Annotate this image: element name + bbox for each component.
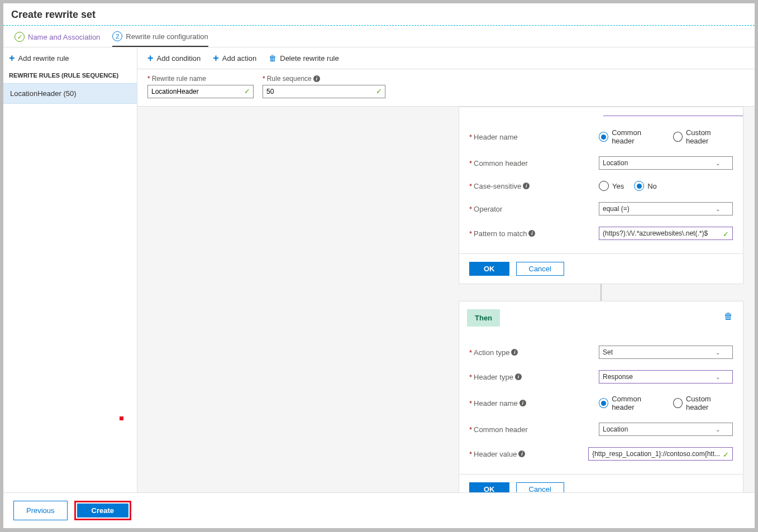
- operator-label: * Operator: [469, 205, 592, 213]
- header-type-outline: [603, 115, 743, 116]
- add-action-label: Add action: [222, 54, 256, 63]
- common-header-select[interactable]: Location⌄: [599, 156, 733, 170]
- common-header-radio[interactable]: Common header: [599, 128, 663, 145]
- trash-icon[interactable]: 🗑: [724, 311, 733, 322]
- rule-name-label: * Rewrite rule name: [147, 75, 254, 83]
- delete-rule-button[interactable]: 🗑 Delete rewrite rule: [269, 54, 339, 63]
- create-highlight: Create: [74, 501, 131, 520]
- case-no-radio[interactable]: No: [634, 181, 657, 191]
- info-icon[interactable]: i: [515, 373, 522, 380]
- step2-label: Rewrite rule configuration: [126, 32, 208, 41]
- trash-icon: 🗑: [269, 54, 276, 63]
- previous-button[interactable]: Previous: [13, 501, 68, 520]
- step-name-association[interactable]: ✓ Name and Association: [15, 31, 100, 47]
- plus-icon: +: [213, 53, 219, 63]
- rule-seq-label: * Rule sequence i: [263, 75, 385, 83]
- check-icon: ✓: [723, 230, 729, 238]
- check-icon: ✓: [244, 87, 250, 95]
- plus-icon: +: [147, 53, 154, 63]
- rule-toolbar: + Add condition + Add action 🗑 Delete re…: [137, 47, 755, 69]
- action-ok-button[interactable]: OK: [469, 482, 509, 492]
- action-type-label: * Action type i: [469, 348, 592, 357]
- then-tag: Then: [467, 309, 500, 327]
- condition-ok-button[interactable]: OK: [469, 262, 509, 276]
- operator-select[interactable]: equal (=)⌄: [599, 202, 733, 215]
- add-condition-button[interactable]: + Add condition: [147, 53, 201, 63]
- plus-icon: +: [9, 53, 15, 63]
- info-icon[interactable]: i: [313, 75, 320, 82]
- action-type-select[interactable]: Set⌄: [599, 346, 733, 359]
- condition-card: * Header name Common header Custom heade…: [459, 107, 743, 284]
- action-common-header-select[interactable]: Location⌄: [599, 423, 733, 436]
- common-header-label: * Common header: [469, 159, 592, 167]
- create-button[interactable]: Create: [77, 504, 128, 517]
- condition-cancel-button[interactable]: Cancel: [516, 262, 564, 276]
- delete-rule-label: Delete rewrite rule: [280, 54, 339, 63]
- action-card: Then 🗑 * Action type i Set⌄: [459, 301, 743, 492]
- action-header-name-label: * Header name i: [469, 399, 592, 408]
- check-icon: ✓: [376, 87, 382, 95]
- info-icon[interactable]: i: [518, 450, 525, 457]
- pattern-input[interactable]: (https?):\/\/.*azurewebsites\.net(.*)$ ✓: [599, 227, 733, 240]
- wizard-footer: Previous Create: [3, 492, 755, 528]
- action-common-header-label: * Common header: [469, 425, 592, 434]
- check-icon: ✓: [15, 32, 25, 42]
- header-type-select[interactable]: Response⌄: [599, 370, 733, 384]
- rule-list-item[interactable]: LocationHeader (50): [3, 83, 137, 104]
- header-name-label: * Header name: [469, 133, 592, 141]
- add-rule-label: Add rewrite rule: [18, 54, 69, 63]
- step1-label: Name and Association: [28, 33, 100, 41]
- rules-section-header: REWRITE RULES (RULE SEQUENCE): [3, 68, 137, 83]
- header-value-input[interactable]: {http_resp_Location_1}://contoso.com{htt…: [588, 447, 733, 461]
- info-icon[interactable]: i: [511, 349, 518, 356]
- custom-header-radio[interactable]: Custom header: [673, 128, 733, 145]
- add-action-button[interactable]: + Add action: [213, 53, 256, 63]
- info-icon[interactable]: i: [523, 183, 530, 189]
- rule-sequence-input[interactable]: [263, 85, 385, 98]
- action-custom-header-radio[interactable]: Custom header: [673, 395, 733, 411]
- pattern-label: * Pattern to match i: [469, 229, 592, 238]
- chevron-down-icon: ⌄: [716, 206, 720, 212]
- chevron-down-icon: ⌄: [716, 426, 720, 433]
- blade-title: Create rewrite set: [3, 3, 755, 24]
- step2-number-icon: 2: [112, 31, 122, 41]
- case-yes-radio[interactable]: Yes: [599, 181, 624, 191]
- info-icon[interactable]: i: [528, 230, 535, 237]
- rules-sidebar: + Add rewrite rule REWRITE RULES (RULE S…: [3, 47, 137, 492]
- rule-name-input[interactable]: [147, 85, 254, 98]
- step-rewrite-config[interactable]: 2 Rewrite rule configuration: [112, 31, 208, 47]
- chevron-down-icon: ⌄: [716, 374, 720, 380]
- case-sensitive-label: * Case-sensitive i: [469, 182, 592, 190]
- add-rewrite-rule-button[interactable]: + Add rewrite rule: [3, 47, 137, 68]
- header-value-label: * Header value i: [469, 450, 581, 458]
- action-common-header-radio[interactable]: Common header: [599, 395, 663, 411]
- header-type-label: * Header type i: [469, 373, 592, 381]
- connector-line: [600, 284, 602, 301]
- wizard-steps: ✓ Name and Association 2 Rewrite rule co…: [3, 26, 755, 47]
- action-cancel-button[interactable]: Cancel: [516, 482, 564, 492]
- red-marker: [120, 416, 123, 420]
- add-condition-label: Add condition: [157, 54, 201, 63]
- info-icon[interactable]: i: [519, 400, 526, 406]
- check-icon: ✓: [723, 450, 729, 459]
- chevron-down-icon: ⌄: [716, 160, 720, 166]
- chevron-down-icon: ⌄: [716, 349, 720, 356]
